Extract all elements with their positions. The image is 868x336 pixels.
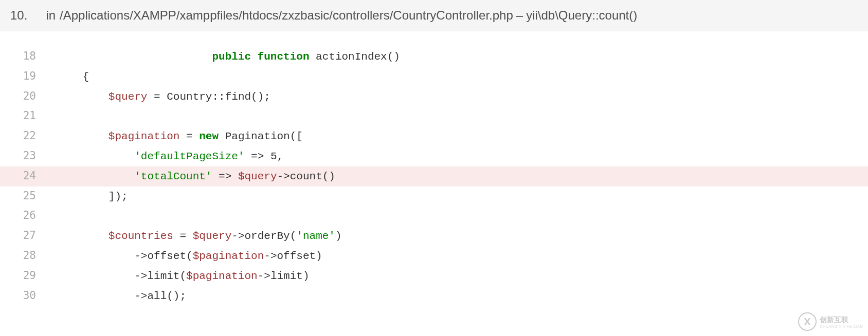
line-content bbox=[36, 207, 63, 226]
code-line: 25 ]); bbox=[0, 186, 868, 207]
line-number: 23 bbox=[0, 146, 36, 166]
trace-method: yii\db\Query::count() bbox=[526, 8, 637, 23]
code-line: 22 $pagination = new Pagination([ bbox=[0, 126, 868, 146]
code-line: 24 'totalCount' => $query->count() bbox=[0, 166, 868, 186]
code-line: 29 ->limit($pagination->limit) bbox=[0, 266, 868, 286]
code-line: 19 { bbox=[0, 67, 868, 87]
code-block: 18 public function actionIndex()19 {20 $… bbox=[0, 31, 868, 316]
watermark-icon: X bbox=[798, 312, 817, 316]
line-content: ->all(); bbox=[36, 287, 186, 306]
line-number: 27 bbox=[0, 226, 36, 246]
stack-trace-header[interactable]: 10. in /Applications/XAMPP/xamppfiles/ht… bbox=[0, 0, 868, 31]
line-number: 24 bbox=[0, 166, 36, 186]
line-number: 18 bbox=[0, 47, 36, 66]
line-content: ->limit($pagination->limit) bbox=[36, 267, 310, 286]
line-number: 19 bbox=[0, 67, 36, 86]
line-content: $query = Country::find(); bbox=[36, 87, 270, 107]
line-number: 28 bbox=[0, 246, 36, 266]
code-line: 18 public function actionIndex() bbox=[0, 47, 868, 67]
code-line: 23 'defaultPageSize' => 5, bbox=[0, 146, 868, 166]
line-number: 30 bbox=[0, 286, 36, 306]
code-line: 28 ->offset($pagination->offset) bbox=[0, 246, 868, 266]
line-content bbox=[36, 107, 63, 126]
trace-separator: – bbox=[516, 8, 523, 23]
line-content: $pagination = new Pagination([ bbox=[36, 127, 303, 146]
code-line: 27 $countries = $query->orderBy('name') bbox=[0, 226, 868, 246]
line-number: 25 bbox=[0, 186, 36, 206]
line-number: 22 bbox=[0, 126, 36, 146]
code-line: 20 $query = Country::find(); bbox=[0, 87, 868, 107]
line-content: { bbox=[36, 67, 89, 87]
line-number: 20 bbox=[0, 87, 36, 106]
line-number: 26 bbox=[0, 206, 36, 226]
trace-prefix: in bbox=[46, 8, 56, 23]
line-content: $countries = $query->orderBy('name') bbox=[36, 227, 342, 246]
line-content: ->offset($pagination->offset) bbox=[36, 247, 322, 266]
code-line: 21 bbox=[0, 106, 868, 126]
line-number: 29 bbox=[0, 266, 36, 286]
code-line: 30 ->all(); bbox=[0, 286, 868, 306]
trace-number: 10. bbox=[10, 8, 27, 23]
line-content: public function actionIndex() bbox=[36, 47, 400, 67]
line-content: 'defaultPageSize' => 5, bbox=[36, 147, 283, 166]
watermark: X 创新互联 CHUANG XIN HU LIAN bbox=[798, 312, 863, 316]
line-content: ]); bbox=[36, 187, 128, 207]
line-number: 21 bbox=[0, 106, 36, 126]
trace-file-path: /Applications/XAMPP/xamppfiles/htdocs/zx… bbox=[60, 8, 513, 23]
code-line: 26 bbox=[0, 206, 868, 226]
line-content: 'totalCount' => $query->count() bbox=[36, 167, 335, 186]
watermark-text: 创新互联 bbox=[820, 315, 848, 316]
